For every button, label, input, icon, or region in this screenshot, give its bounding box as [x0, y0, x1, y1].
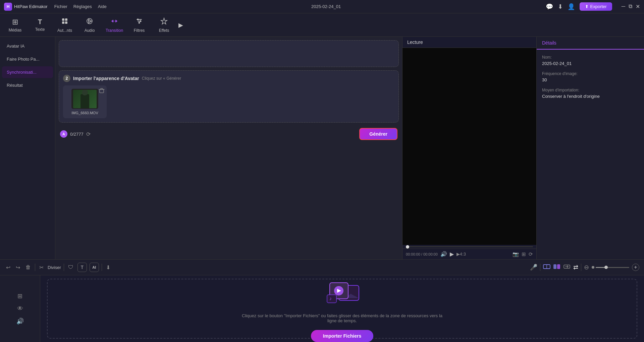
preview-header: Lecture	[402, 37, 536, 48]
menu-aide[interactable]: Aide	[98, 4, 107, 9]
moyen-value: Conserver à l'endroit d'origine	[542, 94, 639, 99]
sidebar-item-synchronisation[interactable]: Synchronisati...	[2, 66, 53, 78]
audio-icon	[86, 17, 93, 27]
media-filename: IMG_6660.MOV	[71, 111, 98, 115]
svg-rect-3	[65, 21, 67, 24]
maximize-button[interactable]: ⧉	[629, 3, 632, 10]
effets-icon	[160, 17, 168, 27]
bottom-toolbar: ↩ ↪ 🗑 ✂ Diviser 🛡 T AI ⬇ 🎤	[0, 259, 644, 275]
texte-icon: T	[38, 18, 42, 26]
detail-moyen: Moyen d'importation: Conserver à l'endro…	[542, 88, 639, 99]
divider-3	[102, 264, 102, 271]
svg-rect-0	[62, 18, 64, 21]
toolbar-automatisations[interactable]: Aut...nts	[53, 15, 76, 35]
export-button[interactable]: ⬆ Exporter	[580, 2, 612, 11]
frequence-value: 30	[542, 77, 639, 82]
svg-point-7	[139, 22, 140, 23]
generate-button[interactable]: Générer	[359, 128, 397, 140]
speed-icon[interactable]: ▶4:3	[457, 252, 466, 257]
divider-5	[581, 264, 581, 271]
timeline-main: ♪ Cliquez sur le bouton "Importer Fichie…	[40, 275, 644, 342]
frequence-label: Fréquence d'image:	[542, 71, 639, 76]
swap-icon[interactable]: ⇄	[573, 264, 578, 271]
redo-button[interactable]: ↪	[14, 263, 21, 272]
transition-icon	[111, 17, 118, 27]
refresh-icon[interactable]: ⟳	[86, 131, 91, 137]
card-header: 2 Importer l'apparence d'Avatar Cliquez …	[63, 75, 394, 82]
media-item: IMG_6660.MOV	[63, 85, 107, 118]
titlebar-menu: Fichier Réglages Aide	[54, 4, 107, 9]
track-visible-icon[interactable]: 👁	[17, 305, 23, 312]
track-mute-icon[interactable]: 🔊	[16, 318, 24, 325]
sidebar-item-resultat[interactable]: Résultat	[2, 79, 53, 91]
toolbar-transition-label: Transition	[106, 28, 123, 33]
toolbar-filtres[interactable]: Filtres	[127, 15, 151, 35]
details-content: Nom: 2025-02-24_01 Fréquence d'image: 30…	[537, 50, 644, 104]
svg-text:♪: ♪	[329, 296, 332, 301]
zoom-plus-button[interactable]: +	[632, 264, 639, 271]
app-logo: H HitPaw Edimakor	[4, 3, 48, 11]
titlebar: H HitPaw Edimakor Fichier Réglages Aide …	[0, 0, 644, 13]
window-controls: ─ ⧉ ✕	[622, 3, 640, 10]
delete-button[interactable]: 🗑	[24, 263, 32, 272]
toolbar-medias[interactable]: ⊞ Médias	[3, 15, 27, 35]
toolbar-more-arrow[interactable]: ▶	[177, 20, 184, 30]
counter-badge: A	[60, 130, 67, 138]
main-toolbar: ⊞ Médias T Texte Aut...nts Audio	[0, 13, 644, 37]
titlebar-actions: 💬 ⬇ 👤 ⬆ Exporter ─ ⧉ ✕	[546, 2, 640, 11]
menu-reglages[interactable]: Réglages	[73, 4, 92, 9]
toolbar-transition[interactable]: Transition	[103, 15, 126, 35]
expand-icon[interactable]	[563, 264, 571, 271]
svg-rect-2	[62, 21, 64, 24]
shield-icon[interactable]: 🛡	[67, 263, 75, 272]
camera-icon[interactable]: 📷	[513, 251, 519, 257]
import-icon[interactable]: ⬇	[105, 263, 112, 272]
svg-rect-18	[327, 295, 336, 303]
toolbar-texte[interactable]: T Texte	[28, 15, 52, 35]
details-tab[interactable]: Détails	[537, 37, 644, 50]
scissors-icon[interactable]: ✂	[38, 263, 45, 272]
toolbar-audio[interactable]: Audio	[78, 15, 101, 35]
divider-1	[35, 264, 35, 271]
media-thumbnail	[71, 89, 98, 109]
content-area: 2 Importer l'apparence d'Avatar Cliquez …	[55, 37, 402, 259]
diviser-label: Diviser	[48, 265, 61, 270]
toolbar-effets[interactable]: Effets	[152, 15, 176, 35]
close-button[interactable]: ✕	[636, 3, 640, 10]
media-delete-icon[interactable]	[99, 87, 105, 95]
crop-icon[interactable]: ⊞	[522, 251, 526, 257]
counter-text: 0/2777	[70, 132, 84, 137]
columns-icon[interactable]	[553, 264, 560, 271]
titlebar-title: 2025-02-24_01	[107, 4, 546, 9]
mic-icon[interactable]: 🎤	[530, 264, 537, 271]
message-icon[interactable]: 💬	[546, 3, 553, 10]
link-icon[interactable]	[543, 264, 550, 271]
account-icon[interactable]: 👤	[568, 3, 575, 10]
menu-fichier[interactable]: Fichier	[54, 4, 67, 9]
track-lock-icon[interactable]: ⊞	[17, 292, 22, 300]
export-icon: ⬆	[585, 4, 589, 9]
zoom-minus-button[interactable]: ⊖	[584, 264, 589, 271]
svg-rect-8	[100, 89, 104, 93]
minimize-button[interactable]: ─	[622, 3, 625, 10]
play-button[interactable]: ▶	[450, 251, 454, 257]
sidebar-item-avatar-ia[interactable]: Avatar IA	[2, 40, 53, 52]
undo-button[interactable]: ↩	[5, 263, 12, 272]
import-files-button[interactable]: Importer Fichiers	[311, 330, 373, 342]
download-icon[interactable]: ⬇	[558, 3, 563, 10]
detail-nom: Nom: 2025-02-24_01	[542, 55, 639, 66]
card-subtitle: Cliquez sur « Générer	[142, 76, 181, 81]
volume-icon[interactable]: 🔊	[440, 251, 447, 257]
sidebar-item-faire-photo[interactable]: Faire Photo Pa...	[2, 53, 53, 65]
nom-label: Nom:	[542, 55, 639, 60]
fullscreen-icon[interactable]: ⟳	[529, 251, 533, 257]
ai-icon-btn[interactable]: AI	[90, 263, 99, 272]
logo-icon: H	[4, 3, 12, 11]
text-icon-btn[interactable]: T	[77, 263, 87, 272]
sidebar: Avatar IA Faire Photo Pa... Synchronisat…	[0, 37, 55, 259]
toolbar-filtres-label: Filtres	[134, 28, 145, 33]
toolbar-audio-label: Audio	[85, 28, 95, 33]
preview-controls: 00:00:00 / 00:00:00 🔊 ▶ ▶4:3 📷 ⊞ ⟳	[402, 249, 536, 259]
import-card: 2 Importer l'apparence d'Avatar Cliquez …	[59, 70, 399, 123]
center-panel: 2 Importer l'apparence d'Avatar Cliquez …	[55, 37, 402, 259]
